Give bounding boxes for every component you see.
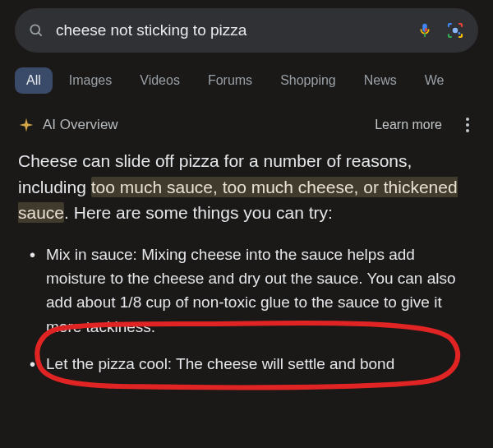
tab-news[interactable]: News (352, 67, 408, 94)
list-item: Mix in sauce: Mixing cheese into the sau… (28, 242, 475, 339)
mic-icon[interactable] (416, 21, 434, 39)
result-tabs: All Images Videos Forums Shopping News W… (0, 64, 493, 97)
svg-line-1 (39, 33, 42, 36)
svg-point-3 (453, 28, 458, 33)
search-icon (28, 22, 44, 39)
tab-shopping[interactable]: Shopping (269, 67, 348, 94)
spark-icon (18, 117, 35, 133)
overview-list: Mix in sauce: Mixing cheese into the sau… (18, 226, 475, 376)
ai-overview-title: AI Overview (43, 117, 118, 133)
tab-web-truncated[interactable]: We (413, 67, 456, 94)
tab-videos[interactable]: Videos (128, 67, 191, 94)
ai-overview-body: Cheese can slide off pizza for a number … (0, 143, 493, 376)
svg-point-4 (458, 32, 461, 35)
tab-forums[interactable]: Forums (196, 67, 264, 94)
list-item: Let the pizza cool: The cheese will sett… (28, 352, 475, 376)
bottom-fade (0, 430, 493, 448)
intro-text-post: . Here are some things you can try: (64, 203, 333, 222)
more-icon[interactable] (460, 118, 475, 132)
lens-icon[interactable] (445, 21, 465, 40)
ai-overview-header: AI Overview Learn more (0, 97, 493, 143)
search-bar[interactable] (15, 8, 478, 53)
svg-point-0 (30, 25, 39, 34)
search-input[interactable] (56, 21, 404, 39)
tab-images[interactable]: Images (58, 67, 123, 94)
tab-all[interactable]: All (15, 67, 53, 94)
learn-more-link[interactable]: Learn more (375, 118, 442, 132)
overview-intro: Cheese can slide off pizza for a number … (18, 148, 475, 226)
